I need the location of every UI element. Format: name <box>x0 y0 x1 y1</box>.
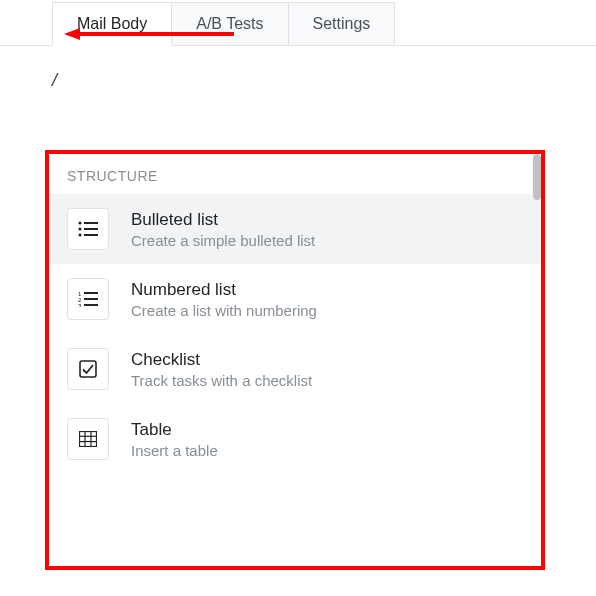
menu-item-title: Numbered list <box>131 280 523 300</box>
menu-item-desc: Track tasks with a checklist <box>131 372 523 389</box>
scrollbar-thumb[interactable] <box>533 154 541 200</box>
popup-list: Bulleted list Create a simple bulleted l… <box>49 194 541 474</box>
annotation-arrow <box>64 27 234 41</box>
menu-item-title: Table <box>131 420 523 440</box>
numbered-list-icon: 1 2 3 <box>67 278 109 320</box>
menu-item-title: Bulleted list <box>131 210 523 230</box>
svg-text:3: 3 <box>78 303 82 307</box>
svg-point-2 <box>78 221 81 224</box>
svg-rect-9 <box>84 292 98 294</box>
svg-marker-1 <box>64 28 80 40</box>
svg-rect-7 <box>84 234 98 236</box>
svg-rect-11 <box>84 298 98 300</box>
menu-item-table[interactable]: Table Insert a table <box>49 404 541 474</box>
svg-rect-13 <box>84 304 98 306</box>
slash-command-input[interactable]: / <box>52 70 544 99</box>
menu-item-bulleted-list[interactable]: Bulleted list Create a simple bulleted l… <box>49 194 541 264</box>
editor-area[interactable]: / <box>0 46 596 99</box>
menu-item-numbered-list[interactable]: 1 2 3 Numbered list Create a list with n… <box>49 264 541 334</box>
svg-rect-3 <box>84 222 98 224</box>
svg-point-6 <box>78 233 81 236</box>
menu-item-desc: Insert a table <box>131 442 523 459</box>
bulleted-list-icon <box>67 208 109 250</box>
svg-rect-5 <box>84 228 98 230</box>
tab-settings[interactable]: Settings <box>288 2 396 45</box>
slash-command-popup: STRUCTURE Bulleted list Create a simple … <box>49 154 541 566</box>
checklist-icon <box>67 348 109 390</box>
svg-point-4 <box>78 227 81 230</box>
svg-rect-15 <box>80 432 97 447</box>
menu-item-title: Checklist <box>131 350 523 370</box>
svg-rect-14 <box>80 361 96 377</box>
menu-item-desc: Create a simple bulleted list <box>131 232 523 249</box>
menu-item-desc: Create a list with numbering <box>131 302 523 319</box>
popup-section-label: STRUCTURE <box>49 154 541 194</box>
table-icon <box>67 418 109 460</box>
menu-item-checklist[interactable]: Checklist Track tasks with a checklist <box>49 334 541 404</box>
